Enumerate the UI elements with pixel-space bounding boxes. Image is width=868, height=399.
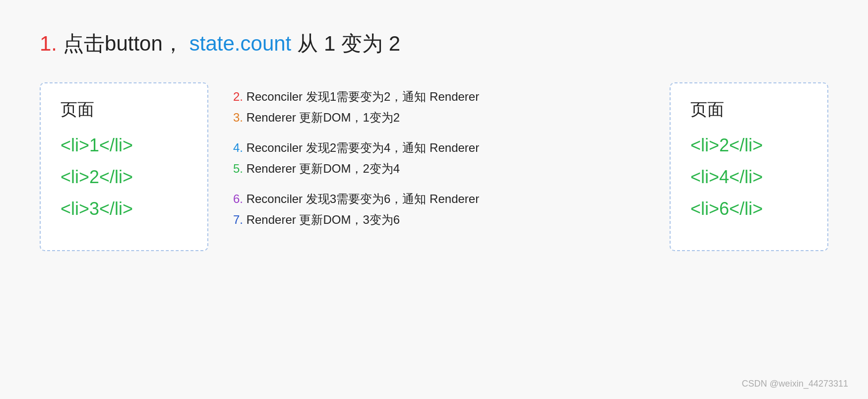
right-li-2: <li>4</li> — [690, 167, 807, 188]
left-box-title: 页面 — [61, 98, 187, 121]
title-suffix: 从 1 变为 2 — [297, 30, 400, 58]
step-7-text: Renderer 更新DOM，3变为6 — [247, 213, 400, 226]
step-5: 5. Renderer 更新DOM，2变为4 — [233, 159, 565, 178]
right-box-title: 页面 — [690, 98, 807, 121]
step-7: 7. Renderer 更新DOM，3变为6 — [233, 210, 565, 229]
step-3-text: Renderer 更新DOM，1变为2 — [247, 111, 400, 124]
step-6-text: Reconciler 发现3需要变为6，通知 Renderer — [247, 192, 479, 205]
step-5-text: Renderer 更新DOM，2变为4 — [247, 162, 400, 175]
step-group-1: 2. Reconciler 发现1需要变为2，通知 Renderer 3. Re… — [233, 87, 565, 128]
step-6-number: 6. — [233, 192, 243, 205]
left-li-3: <li>3</li> — [61, 199, 187, 219]
step-6: 6. Reconciler 发现3需要变为6，通知 Renderer — [233, 190, 565, 208]
step-2: 2. Reconciler 发现1需要变为2，通知 Renderer — [233, 87, 565, 106]
right-li-3: <li>6</li> — [690, 199, 807, 219]
watermark: CSDN @weixin_44273311 — [742, 379, 848, 389]
left-box: 页面 <li>1</li> <li>2</li> <li>3</li> — [40, 82, 208, 251]
right-li-1: <li>2</li> — [690, 135, 807, 156]
left-li-2: <li>2</li> — [61, 167, 187, 188]
step-3: 3. Renderer 更新DOM，1变为2 — [233, 108, 565, 127]
step-group-2: 4. Reconciler 发现2需要变为4，通知 Renderer 5. Re… — [233, 138, 565, 179]
step-group-3: 6. Reconciler 发现3需要变为6，通知 Renderer 7. Re… — [233, 190, 565, 230]
title-prefix: 点击button， — [63, 30, 184, 58]
right-box: 页面 <li>2</li> <li>4</li> <li>6</li> — [670, 82, 828, 251]
step-2-text: Reconciler 发现1需要变为2，通知 Renderer — [247, 90, 479, 103]
step-2-number: 2. — [233, 90, 243, 103]
title-highlight: state.count — [189, 32, 291, 56]
steps-area: 2. Reconciler 发现1需要变为2，通知 Renderer 3. Re… — [208, 82, 585, 240]
left-li-1: <li>1</li> — [61, 135, 187, 156]
step-7-number: 7. — [233, 213, 243, 226]
title-number: 1. — [40, 32, 57, 56]
step-4: 4. Reconciler 发现2需要变为4，通知 Renderer — [233, 138, 565, 157]
step-5-number: 5. — [233, 162, 243, 175]
step-4-number: 4. — [233, 141, 243, 154]
step-4-text: Reconciler 发现2需要变为4，通知 Renderer — [247, 141, 479, 154]
step-3-number: 3. — [233, 111, 243, 124]
